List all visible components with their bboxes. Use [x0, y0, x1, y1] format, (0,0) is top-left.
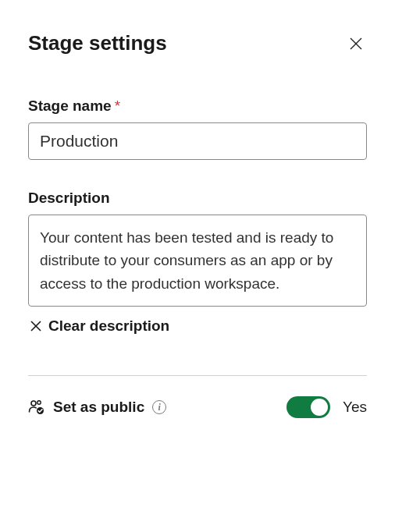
clear-description-button[interactable]: Clear description [28, 317, 367, 335]
stage-name-label: Stage name* [28, 98, 367, 115]
clear-icon [28, 318, 44, 334]
close-button[interactable] [345, 33, 367, 55]
description-textarea[interactable] [28, 215, 367, 307]
stage-name-input[interactable] [28, 122, 367, 160]
set-as-public-right: Yes [286, 396, 367, 418]
svg-point-4 [31, 401, 36, 406]
stage-name-label-text: Stage name [28, 98, 112, 114]
set-as-public-toggle[interactable] [286, 396, 330, 418]
section-divider [28, 375, 367, 376]
set-as-public-row: Set as public i Yes [28, 396, 367, 418]
set-as-public-left: Set as public i [28, 399, 166, 416]
required-indicator: * [115, 98, 120, 114]
info-icon[interactable]: i [152, 400, 166, 414]
description-label: Description [28, 190, 367, 207]
stage-name-field: Stage name* [28, 98, 367, 160]
clear-description-label: Clear description [48, 317, 169, 335]
stage-settings-panel: Stage settings Stage name* Description C… [0, 0, 395, 418]
panel-header: Stage settings [28, 31, 367, 55]
toggle-knob [311, 399, 328, 416]
svg-point-5 [37, 401, 41, 404]
close-icon [348, 36, 364, 51]
set-as-public-state: Yes [343, 399, 367, 416]
people-check-icon [28, 399, 45, 416]
description-field: Description Clear description [28, 190, 367, 335]
panel-title: Stage settings [28, 31, 167, 55]
set-as-public-label: Set as public [53, 399, 144, 416]
